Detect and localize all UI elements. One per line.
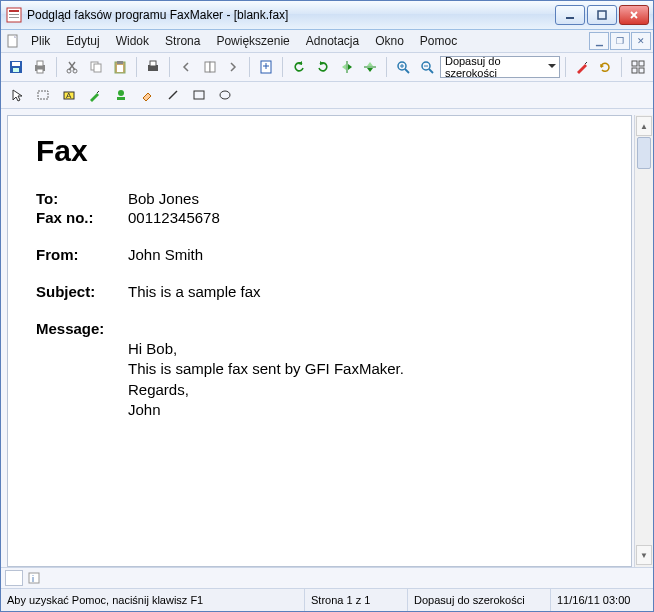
window-controls <box>555 5 649 25</box>
svg-text:i: i <box>32 574 34 584</box>
scroll-thumb[interactable] <box>637 137 651 169</box>
vertical-scrollbar[interactable]: ▲ ▼ <box>634 115 653 567</box>
pen-red-button[interactable] <box>571 55 593 79</box>
menu-bar: Plik Edytuj Widok Strona Powiększenie Ad… <box>1 30 653 53</box>
svg-rect-1 <box>9 10 19 12</box>
from-value: John Smith <box>128 246 203 263</box>
fit-page-button[interactable] <box>255 55 277 79</box>
svg-rect-11 <box>37 61 43 66</box>
menu-annotation[interactable]: Adnotacja <box>298 30 367 52</box>
pages-button[interactable] <box>199 55 221 79</box>
pointer-tool[interactable] <box>5 83 29 107</box>
status-bar: Aby uzyskać Pomoc, naciśnij klawisz F1 S… <box>1 588 653 611</box>
fax-heading: Fax <box>36 134 603 168</box>
highlight-tool[interactable]: A <box>57 83 81 107</box>
document-icon <box>5 33 21 49</box>
client-area: Fax To:Bob Jones Fax no.:00112345678 Fro… <box>1 109 653 588</box>
grid-button[interactable] <box>627 55 649 79</box>
message-label: Message: <box>36 320 128 337</box>
save-button[interactable] <box>5 55 27 79</box>
page-canvas[interactable]: Fax To:Bob Jones Fax no.:00112345678 Fro… <box>7 115 632 567</box>
svg-rect-29 <box>632 68 637 73</box>
print-button[interactable] <box>29 55 51 79</box>
menu-page[interactable]: Strona <box>157 30 208 52</box>
stamp-tool[interactable] <box>109 83 133 107</box>
annotation-toolbar: A <box>1 82 653 109</box>
menu-file[interactable]: Plik <box>23 30 58 52</box>
zoom-in-button[interactable] <box>392 55 414 79</box>
svg-rect-30 <box>639 68 644 73</box>
mdi-restore-button[interactable]: ❐ <box>610 32 630 50</box>
refresh-button[interactable] <box>595 55 617 79</box>
to-value: Bob Jones <box>128 190 199 207</box>
svg-rect-28 <box>639 61 644 66</box>
faxno-label: Fax no.: <box>36 209 128 226</box>
select-tool[interactable] <box>31 83 55 107</box>
to-label: To: <box>36 190 128 207</box>
zoom-select[interactable]: Dopasuj do szerokości <box>440 56 560 78</box>
svg-rect-4 <box>566 17 574 19</box>
thumbnail-toggle[interactable] <box>5 570 23 586</box>
flip-h-button[interactable] <box>336 55 358 79</box>
zoom-out-button[interactable] <box>416 55 438 79</box>
svg-rect-23 <box>210 62 215 72</box>
line-tool[interactable] <box>161 83 185 107</box>
mdi-minimize-button[interactable]: ▁ <box>589 32 609 50</box>
status-zoom: Dopasuj do szerokości <box>408 589 551 611</box>
fax-content: Fax To:Bob Jones Fax no.:00112345678 Fro… <box>8 116 631 430</box>
rotate-left-button[interactable] <box>288 55 310 79</box>
app-icon <box>5 6 23 24</box>
message-body: Hi Bob, This is sample fax sent by GFI F… <box>128 339 603 420</box>
pencil-tool[interactable] <box>83 83 107 107</box>
menu-help[interactable]: Pomoc <box>412 30 465 52</box>
message-line: This is sample fax sent by GFI FaxMaker. <box>128 359 603 379</box>
subject-value: This is a sample fax <box>128 283 261 300</box>
separator <box>169 57 170 77</box>
from-label: From: <box>36 246 128 263</box>
paste-button[interactable] <box>109 55 131 79</box>
minimize-button[interactable] <box>555 5 585 25</box>
status-datetime: 11/16/11 03:00 <box>551 589 653 611</box>
svg-point-34 <box>118 90 124 96</box>
flip-v-button[interactable] <box>360 55 382 79</box>
rect-tool[interactable] <box>187 83 211 107</box>
copy-button[interactable] <box>85 55 107 79</box>
menu-view[interactable]: Widok <box>108 30 157 52</box>
menu-zoom[interactable]: Powiększenie <box>208 30 297 52</box>
svg-rect-31 <box>38 91 48 99</box>
svg-rect-5 <box>598 11 606 19</box>
status-page: Strona 1 z 1 <box>305 589 408 611</box>
separator <box>282 57 283 77</box>
prev-page-button[interactable] <box>175 55 197 79</box>
menu-window[interactable]: Okno <box>367 30 412 52</box>
maximize-button[interactable] <box>587 5 617 25</box>
svg-rect-19 <box>117 65 123 72</box>
info-icon[interactable]: i <box>27 571 41 585</box>
next-page-button[interactable] <box>222 55 244 79</box>
mdi-controls: ▁ ❐ ✕ <box>589 30 653 52</box>
separator <box>56 57 57 77</box>
scroll-up-button[interactable]: ▲ <box>636 116 652 136</box>
menu-edit[interactable]: Edytuj <box>58 30 107 52</box>
document-viewport: Fax To:Bob Jones Fax no.:00112345678 Fro… <box>1 109 653 567</box>
print2-button[interactable] <box>142 55 164 79</box>
svg-rect-38 <box>29 573 39 583</box>
message-line: Regards, <box>128 380 603 400</box>
svg-point-37 <box>220 91 230 99</box>
svg-rect-16 <box>94 64 101 72</box>
rotate-right-button[interactable] <box>312 55 334 79</box>
separator <box>565 57 566 77</box>
scroll-down-button[interactable]: ▼ <box>636 545 652 565</box>
main-toolbar: Dopasuj do szerokości <box>1 53 653 82</box>
app-window: Podgląd faksów programu FaxMaker - [blan… <box>0 0 654 612</box>
window-title: Podgląd faksów programu FaxMaker - [blan… <box>27 8 555 22</box>
eraser-tool[interactable] <box>135 83 159 107</box>
status-help: Aby uzyskać Pomoc, naciśnij klawisz F1 <box>1 589 305 611</box>
svg-rect-18 <box>117 61 123 64</box>
mdi-close-button[interactable]: ✕ <box>631 32 651 50</box>
cut-button[interactable] <box>62 55 84 79</box>
ellipse-tool[interactable] <box>213 83 237 107</box>
close-button[interactable] <box>619 5 649 25</box>
svg-rect-9 <box>13 68 19 72</box>
message-line: John <box>128 400 603 420</box>
